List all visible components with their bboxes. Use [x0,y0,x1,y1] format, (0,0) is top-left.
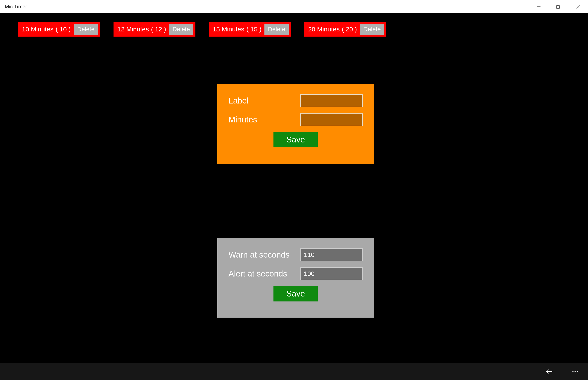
svg-point-7 [577,371,578,372]
save-button[interactable]: Save [273,132,318,147]
preset-count: ( 20 ) [342,26,357,33]
minimize-button[interactable] [529,0,549,13]
svg-rect-1 [557,6,559,8]
title-bar: Mic Timer [0,0,588,13]
warn-input[interactable] [300,248,363,261]
window-title: Mic Timer [5,4,27,10]
alert-input[interactable] [300,267,363,280]
label-row: Label [229,94,363,107]
save-button[interactable]: Save [273,286,318,302]
minutes-row: Minutes [229,113,363,126]
bottom-bar [0,363,588,380]
preset-chip[interactable]: 20 Minutes ( 20 ) Delete [304,22,386,37]
save-row: Save [229,132,363,147]
preset-chip[interactable]: 15 Minutes ( 15 ) Delete [209,22,291,37]
preset-label: 20 Minutes [308,26,340,33]
alert-field-label: Alert at seconds [229,269,287,278]
content-area: 10 Minutes ( 10 ) Delete 12 Minutes ( 12… [0,13,588,363]
preset-count: ( 10 ) [56,26,71,33]
preset-count: ( 12 ) [151,26,166,33]
preset-chip[interactable]: 10 Minutes ( 10 ) Delete [18,22,100,37]
label-input[interactable] [300,94,363,107]
svg-point-5 [572,371,574,372]
thresholds-panel: Warn at seconds Alert at seconds Save [217,238,374,318]
minutes-input[interactable] [300,113,363,126]
more-button[interactable] [567,363,584,380]
back-button[interactable] [541,363,558,380]
delete-button[interactable]: Delete [265,24,289,35]
preset-chip[interactable]: 12 Minutes ( 12 ) Delete [113,22,196,37]
svg-point-6 [575,371,576,372]
label-field-label: Label [229,96,249,105]
minimize-icon [536,4,541,9]
maximize-icon [556,4,561,9]
delete-button[interactable]: Delete [360,24,384,35]
more-icon [571,367,579,376]
close-button[interactable] [568,0,588,13]
arrow-left-icon [545,367,553,376]
delete-button[interactable]: Delete [74,24,98,35]
presets-row: 10 Minutes ( 10 ) Delete 12 Minutes ( 12… [0,13,588,37]
delete-button[interactable]: Delete [169,24,194,35]
close-icon [576,4,580,9]
warn-field-label: Warn at seconds [229,250,290,260]
minutes-field-label: Minutes [229,115,257,124]
preset-label: 12 Minutes [117,26,149,33]
window-controls [529,0,588,13]
save-row: Save [229,286,363,302]
maximize-button[interactable] [549,0,568,13]
preset-count: ( 15 ) [246,26,261,33]
preset-label: 15 Minutes [213,26,244,33]
alert-row: Alert at seconds [229,267,363,280]
warn-row: Warn at seconds [229,248,363,261]
preset-label: 10 Minutes [22,26,53,33]
create-preset-panel: Label Minutes Save [217,84,374,164]
